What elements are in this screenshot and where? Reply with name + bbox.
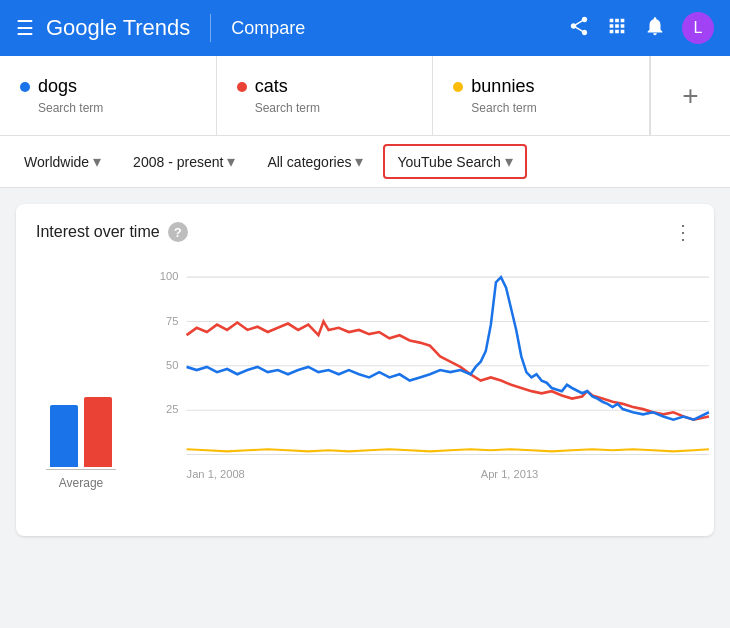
interest-over-time-card: Interest over time ? ⋮ Average xyxy=(16,204,714,536)
share-icon[interactable] xyxy=(568,15,590,42)
svg-text:75: 75 xyxy=(166,314,178,326)
help-icon[interactable]: ? xyxy=(168,222,188,242)
region-label: Worldwide xyxy=(24,154,89,170)
bunnies-dot xyxy=(453,82,463,92)
header-logo: Google Trends xyxy=(46,15,190,41)
time-chevron: ▾ xyxy=(227,152,235,171)
avg-baseline xyxy=(46,469,116,470)
avg-label: Average xyxy=(59,476,103,490)
dogs-dot xyxy=(20,82,30,92)
avg-bar-dogs xyxy=(50,405,78,467)
chart-svg-area: 100 75 50 25 Jan 1, 2008 Apr 1, 2013 xyxy=(146,256,714,520)
x-label-2013: Apr 1, 2013 xyxy=(481,468,539,480)
header-compare-label: Compare xyxy=(231,18,305,39)
search-term-cats[interactable]: cats Search term xyxy=(217,56,434,135)
cats-dot xyxy=(237,82,247,92)
cats-sublabel: Search term xyxy=(237,101,413,115)
logo-text: Google Trends xyxy=(46,15,190,41)
main-content: Interest over time ? ⋮ Average xyxy=(0,188,730,552)
dogs-trend-line xyxy=(187,277,709,420)
category-chevron: ▾ xyxy=(355,152,363,171)
region-filter[interactable]: Worldwide ▾ xyxy=(12,144,113,179)
search-term-name-cats: cats xyxy=(237,76,413,97)
header-icons: L xyxy=(568,12,714,44)
search-type-label: YouTube Search xyxy=(397,154,500,170)
trend-chart-svg: 100 75 50 25 Jan 1, 2008 Apr 1, 2013 xyxy=(146,256,714,520)
dogs-sublabel: Search term xyxy=(20,101,196,115)
bunnies-sublabel: Search term xyxy=(453,101,629,115)
bunnies-trend-line xyxy=(187,449,709,451)
notifications-icon[interactable] xyxy=(644,15,666,42)
chart-header: Interest over time ? ⋮ xyxy=(16,204,714,256)
search-term-bunnies[interactable]: bunnies Search term xyxy=(433,56,650,135)
category-label: All categories xyxy=(267,154,351,170)
chart-body: Average 100 75 50 25 xyxy=(16,256,714,536)
chart-title: Interest over time xyxy=(36,223,160,241)
time-filter[interactable]: 2008 - present ▾ xyxy=(121,144,247,179)
x-label-2008: Jan 1, 2008 xyxy=(187,468,245,480)
region-chevron: ▾ xyxy=(93,152,101,171)
chart-legend-area: Average xyxy=(16,256,146,520)
svg-text:25: 25 xyxy=(166,403,178,415)
category-filter[interactable]: All categories ▾ xyxy=(255,144,375,179)
avg-bars xyxy=(50,387,112,467)
menu-icon[interactable]: ☰ xyxy=(16,16,34,40)
svg-text:100: 100 xyxy=(160,270,179,282)
search-term-dogs[interactable]: dogs Search term xyxy=(0,56,217,135)
dogs-label: dogs xyxy=(38,76,77,97)
search-terms-bar: dogs Search term cats Search term bunnie… xyxy=(0,56,730,136)
avatar[interactable]: L xyxy=(682,12,714,44)
bunnies-label: bunnies xyxy=(471,76,534,97)
svg-text:50: 50 xyxy=(166,359,178,371)
more-options-icon[interactable]: ⋮ xyxy=(673,220,694,244)
search-term-name-dogs: dogs xyxy=(20,76,196,97)
apps-icon[interactable] xyxy=(606,15,628,42)
header-divider xyxy=(210,14,211,42)
add-term-button[interactable]: + xyxy=(650,56,730,135)
avg-bar-cats xyxy=(84,397,112,467)
chart-title-row: Interest over time ? xyxy=(36,222,188,242)
header: ☰ Google Trends Compare L xyxy=(0,0,730,56)
filters-bar: Worldwide ▾ 2008 - present ▾ All categor… xyxy=(0,136,730,188)
time-label: 2008 - present xyxy=(133,154,223,170)
cats-label: cats xyxy=(255,76,288,97)
search-type-chevron: ▾ xyxy=(505,152,513,171)
search-type-filter[interactable]: YouTube Search ▾ xyxy=(383,144,526,179)
search-term-name-bunnies: bunnies xyxy=(453,76,629,97)
